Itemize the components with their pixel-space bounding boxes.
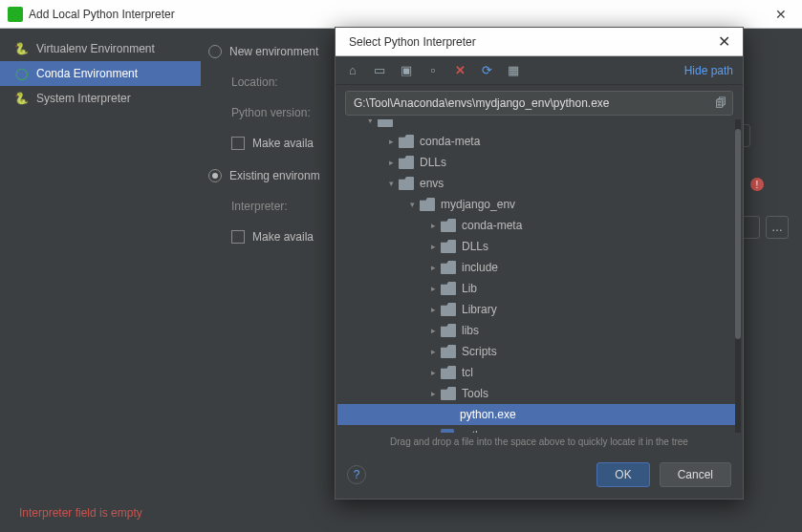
tree-folder[interactable]: ▸Lib <box>337 278 735 299</box>
cancel-button[interactable]: Cancel <box>660 462 731 487</box>
tree-folder[interactable]: ▸tcl <box>337 362 735 383</box>
tree-label: DLLs <box>462 240 488 253</box>
dialog-title: Select Python Interpreter <box>349 35 704 49</box>
caret-icon: ▸ <box>427 263 439 272</box>
tree-label: libs <box>462 324 479 337</box>
caret-icon: ▸ <box>427 326 439 335</box>
caret-icon: ▸ <box>427 368 439 377</box>
tree-label: Scripts <box>462 345 497 358</box>
tree-folder[interactable]: ▾envs <box>337 173 735 194</box>
history-icon[interactable]: 🗐 <box>709 96 732 110</box>
path-input[interactable] <box>346 96 709 110</box>
tree-folder[interactable]: ▸Tools <box>337 383 735 404</box>
browse-button[interactable]: … <box>766 216 789 239</box>
tree-label: mydjango_env <box>441 198 515 211</box>
caret-icon: ▸ <box>427 242 439 251</box>
drag-hint: Drag and drop a file into the space abov… <box>336 433 743 451</box>
tree-folder[interactable]: ▸DLLs <box>337 152 735 173</box>
tree-folder[interactable]: ▸include <box>337 257 735 278</box>
folder-icon <box>441 303 456 316</box>
location-label: Location: <box>231 75 327 89</box>
folder-icon <box>399 135 414 148</box>
tree-label: pythonw.exe <box>460 429 524 433</box>
scrollbar-thumb[interactable] <box>735 129 741 339</box>
tree-folder[interactable]: ▸conda-meta <box>337 131 735 152</box>
tree-wrap: ▾▸conda-meta▸DLLs▾envs▾mydjango_env▸cond… <box>337 119 741 433</box>
main-title: Add Local Python Interpreter <box>29 8 759 21</box>
tree-node[interactable]: ▾ <box>337 119 735 131</box>
checkbox-icon <box>231 230 245 244</box>
sidebar: 🐍 Virtualenv Environment ◯ Conda Environ… <box>0 29 201 494</box>
caret-icon: ▾ <box>385 179 397 188</box>
refresh-icon[interactable]: ⟳ <box>479 63 494 78</box>
tree-folder[interactable]: ▸conda-meta <box>337 215 735 236</box>
radio-icon <box>208 45 222 58</box>
scrollbar-track[interactable] <box>735 119 741 433</box>
ok-button[interactable]: OK <box>596 462 649 487</box>
tree-folder[interactable]: ▸Scripts <box>337 341 735 362</box>
caret-icon: ▸ <box>385 137 397 146</box>
radio-label: Existing environm <box>229 169 320 182</box>
tree-label: DLLs <box>420 156 446 169</box>
caret-icon: ▸ <box>427 221 439 230</box>
error-badge: ! <box>750 178 764 191</box>
dialog-titlebar: Select Python Interpreter ✕ <box>336 28 743 56</box>
caret-icon: ▸ <box>385 158 397 167</box>
checkbox-label: Make availa <box>252 137 314 150</box>
sidebar-item-system[interactable]: 🐍 System Interpreter <box>0 86 201 111</box>
footer: Interpreter field is empty <box>0 494 802 532</box>
caret-icon: ▸ <box>427 305 439 314</box>
folder-icon <box>378 119 393 127</box>
project-icon[interactable]: ▭ <box>372 63 387 78</box>
tree-folder[interactable]: ▸DLLs <box>337 236 735 257</box>
new-folder-icon[interactable]: ▣ <box>399 63 414 78</box>
tree-label: Tools <box>462 387 488 400</box>
tree-label: Library <box>462 303 497 316</box>
folder-icon <box>441 282 456 295</box>
checkbox-icon <box>231 137 245 150</box>
sidebar-item-virtualenv[interactable]: 🐍 Virtualenv Environment <box>0 36 201 61</box>
delete-icon[interactable]: ✕ <box>452 63 467 78</box>
folder-icon <box>441 366 456 379</box>
interpreter-label: Interpreter: <box>231 200 308 213</box>
tree-file[interactable]: python.exe <box>337 404 735 425</box>
hide-path-link[interactable]: Hide path <box>684 64 733 77</box>
home-icon[interactable]: ⌂ <box>345 63 360 78</box>
tree-folder[interactable]: ▾mydjango_env <box>337 194 735 215</box>
sidebar-item-label: Virtualenv Environment <box>36 42 155 55</box>
close-icon[interactable]: ✕ <box>759 0 802 29</box>
folder-icon <box>441 240 456 253</box>
python-icon: 🐍 <box>13 42 29 55</box>
tree-label: conda-meta <box>420 135 480 148</box>
checkbox-label: Make availa <box>252 230 314 244</box>
help-icon[interactable]: ? <box>347 465 366 484</box>
tree-label: Lib <box>462 282 477 295</box>
tree-folder[interactable]: ▸libs <box>337 320 735 341</box>
tree-folder[interactable]: ▸Library <box>337 299 735 320</box>
file-tree[interactable]: ▾▸conda-meta▸DLLs▾envs▾mydjango_env▸cond… <box>337 119 735 433</box>
tree-label: conda-meta <box>462 219 522 232</box>
file-icon <box>441 429 454 433</box>
folder-icon <box>441 219 456 232</box>
sidebar-item-label: System Interpreter <box>36 92 131 105</box>
folder-icon <box>399 156 414 169</box>
tree-label: tcl <box>462 366 473 379</box>
radio-icon <box>208 169 222 182</box>
sidebar-item-conda[interactable]: ◯ Conda Environment <box>0 61 201 86</box>
module-icon[interactable]: ▫ <box>425 63 441 78</box>
file-icon <box>441 408 454 421</box>
path-field: 🗐 <box>345 91 733 116</box>
close-icon[interactable]: ✕ <box>704 32 743 51</box>
footer-error-text: Interpreter field is empty <box>19 506 142 520</box>
pycharm-icon <box>8 7 23 22</box>
radio-label: New environment <box>229 45 318 58</box>
folder-icon <box>399 177 414 190</box>
folder-icon <box>420 198 435 211</box>
show-hidden-icon[interactable]: ▦ <box>506 63 521 78</box>
python-version-label: Python version: <box>231 106 327 119</box>
main-titlebar: Add Local Python Interpreter ✕ <box>0 0 802 29</box>
dialog-toolbar: ⌂ ▭ ▣ ▫ ✕ ⟳ ▦ Hide path <box>336 56 743 85</box>
caret-icon: ▸ <box>427 347 439 356</box>
tree-file[interactable]: pythonw.exe <box>337 425 735 433</box>
sidebar-item-label: Conda Environment <box>36 67 138 80</box>
